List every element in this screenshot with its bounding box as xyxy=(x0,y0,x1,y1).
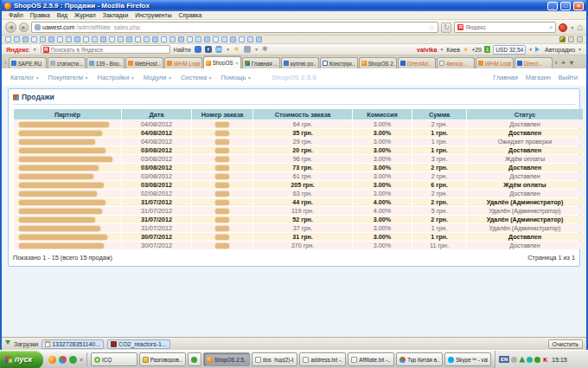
start-button[interactable]: пуск xyxy=(0,351,43,368)
taskbar-task[interactable]: ShopOS 2.5... xyxy=(203,352,250,366)
temperature[interactable]: +29 xyxy=(471,47,482,53)
table-row[interactable]: 30/07/2012370 грн.3.00%11 грн.Доставлен xyxy=(14,242,583,249)
bookmark-icon[interactable] xyxy=(22,36,29,42)
radio-caret-icon[interactable]: ▼ xyxy=(578,47,582,52)
bookmark-icon[interactable] xyxy=(5,36,11,42)
bookmark-icon[interactable] xyxy=(256,36,262,42)
back-button[interactable]: ◄ xyxy=(5,22,16,33)
radio-label[interactable]: Авторадио xyxy=(545,47,575,53)
menu-item[interactable]: Вид xyxy=(54,12,71,18)
k-icon[interactable]: K xyxy=(542,357,548,363)
bookmark-icon[interactable] xyxy=(40,36,46,42)
bookmark-icon[interactable] xyxy=(161,36,167,42)
tab[interactable]: WHM Login xyxy=(164,57,202,68)
table-row[interactable]: 03/08/2012205 грн.3.00%6 грн.Ждём оплаты xyxy=(14,181,583,189)
url-bar[interactable]: uawest.com /adm/affiliate_sales.php ☆ xyxy=(31,22,438,33)
table-row[interactable]: 03/08/201220 грн.3.00%1 грн.Доставлен xyxy=(14,146,583,154)
table-row[interactable]: 04/08/201235 грн.3.00%1 грн.Доставлен xyxy=(14,129,583,137)
bookmark-icon[interactable] xyxy=(135,36,141,42)
taskbar-task[interactable]: Тур Китая в... xyxy=(396,352,443,366)
bookmark-gray-icon[interactable] xyxy=(568,36,574,42)
tab[interactable]: 139 - Вхо... xyxy=(86,57,125,68)
clock-icon[interactable] xyxy=(511,357,517,363)
counter-bubble[interactable]: 280 xyxy=(215,46,222,53)
tab[interactable]: SAPE.RU xyxy=(9,57,47,68)
admin-menu-5[interactable]: Помощь ▼ xyxy=(220,74,251,81)
column-header[interactable]: Дата xyxy=(122,109,191,119)
city-label[interactable]: Киев xyxy=(446,47,460,53)
facebook-icon[interactable]: f xyxy=(205,46,212,53)
table-row[interactable]: 31/07/201237 грн.3.00%1 грн.Удалён (Адми… xyxy=(14,224,583,232)
admin-link[interactable]: Выйти xyxy=(559,74,578,81)
search-box[interactable]: Я ⌕ xyxy=(454,22,556,33)
yandex-brand-caret-icon[interactable]: ▼ xyxy=(33,47,37,52)
taskbar-task[interactable]: ICQ xyxy=(91,352,137,366)
yandex-user[interactable]: valvika xyxy=(417,47,437,53)
tab[interactable]: ShopOS 2... xyxy=(359,57,397,68)
menu-item[interactable]: Закладки xyxy=(99,12,131,18)
home-button[interactable]: ⌂ xyxy=(577,23,583,32)
bookmark-icon[interactable] xyxy=(100,36,106,42)
table-row[interactable]: 31/07/201252 грн.3.00%2 грн.Удалён (Адми… xyxy=(14,216,583,223)
clear-downloads-button[interactable]: Очистить xyxy=(548,339,583,349)
tab[interactable]: WebHost... xyxy=(125,57,163,68)
table-row[interactable]: 03/08/201296 грн.3.00%3 грн.Ждём оплаты xyxy=(14,155,583,163)
tab[interactable]: Direct... xyxy=(514,57,553,68)
bookmark-icon[interactable] xyxy=(31,36,37,42)
tab-scroll-right-icon[interactable]: › xyxy=(553,57,559,68)
close-button[interactable]: × xyxy=(573,2,584,10)
menu-item[interactable]: Справка xyxy=(176,12,206,18)
admin-menu-3[interactable]: Модули ▼ xyxy=(144,74,172,81)
taskbar-task[interactable] xyxy=(188,352,201,366)
bookmark-icon[interactable] xyxy=(118,36,124,42)
admin-menu-1[interactable]: Покупатели ▼ xyxy=(48,74,89,81)
bookmark-icon[interactable] xyxy=(230,36,236,42)
quicklaunch-app-icon[interactable] xyxy=(69,356,77,364)
adblock-icon[interactable] xyxy=(559,23,567,32)
admin-link[interactable]: Магазин xyxy=(526,74,551,81)
admin-menu-0[interactable]: Каталог ▼ xyxy=(10,74,40,81)
toolbar-app-icon[interactable] xyxy=(195,46,201,53)
taskbar-task[interactable]: Разговоров... xyxy=(139,352,186,366)
downloads-label[interactable]: Загрузки xyxy=(14,341,38,347)
menu-item[interactable]: Файл xyxy=(5,12,27,18)
forward-button[interactable]: ► xyxy=(19,23,29,32)
bookmark-icon[interactable] xyxy=(213,36,219,42)
bookmark-icon[interactable] xyxy=(109,36,115,42)
table-row[interactable]: 30/07/201231 грн.3.00%1 грн.Доставлен xyxy=(14,233,583,241)
column-header[interactable]: Партнёр xyxy=(14,109,121,119)
chart-icon[interactable] xyxy=(519,357,525,363)
antivirus-icon[interactable] xyxy=(534,357,540,363)
bookmark-icon[interactable] xyxy=(57,36,63,42)
currency-caret-icon[interactable]: ▼ xyxy=(528,47,533,52)
bookmark-icon[interactable] xyxy=(144,36,150,42)
table-row[interactable]: 03/08/201273 грн.3.00%2 грн.Доставлен xyxy=(14,164,583,171)
bookmark-icon[interactable] xyxy=(239,36,245,42)
tab[interactable]: куплю ро... xyxy=(281,57,319,68)
tab[interactable]: статисти... xyxy=(48,57,86,68)
quicklaunch-firefox-icon[interactable] xyxy=(48,356,56,364)
menu-item[interactable]: Журнал xyxy=(71,12,99,18)
yandex-search-input[interactable] xyxy=(51,47,168,53)
column-header[interactable]: Номер заказа xyxy=(192,109,252,119)
bookmark-icon[interactable] xyxy=(92,36,98,42)
bookmark-icon[interactable] xyxy=(83,36,89,42)
download-item[interactable]: CO2_reactors-1... xyxy=(107,339,170,349)
table-row[interactable]: 31/07/201244 грн.4.00%2 грн.Удалён (Адми… xyxy=(14,198,583,206)
admin-menu-2[interactable]: Настройки ▼ xyxy=(98,74,135,81)
tab[interactable]: Конструк... xyxy=(320,57,358,68)
taskbar-task[interactable]: Affiliate.txt -... xyxy=(348,352,394,366)
bookmark-icon[interactable] xyxy=(204,36,210,42)
tab[interactable]: Главная ... xyxy=(242,57,280,68)
currency-rate[interactable]: USD 32,54 xyxy=(493,45,526,55)
gear-icon[interactable]: ✱ xyxy=(262,46,269,53)
column-header[interactable]: Статус xyxy=(467,109,583,119)
download-item[interactable]: 1332728351140... xyxy=(42,339,104,349)
bookmark-gray-icon[interactable] xyxy=(577,36,583,42)
menu-item[interactable]: Инструменты xyxy=(131,12,175,18)
bookmark-icon[interactable] xyxy=(126,36,132,42)
user-caret-icon[interactable]: ▼ xyxy=(439,47,444,52)
bookmark-star-icon[interactable]: ☆ xyxy=(428,23,435,32)
yandex-search-field[interactable]: Я xyxy=(41,45,170,54)
new-tab-button[interactable]: + xyxy=(559,57,567,68)
